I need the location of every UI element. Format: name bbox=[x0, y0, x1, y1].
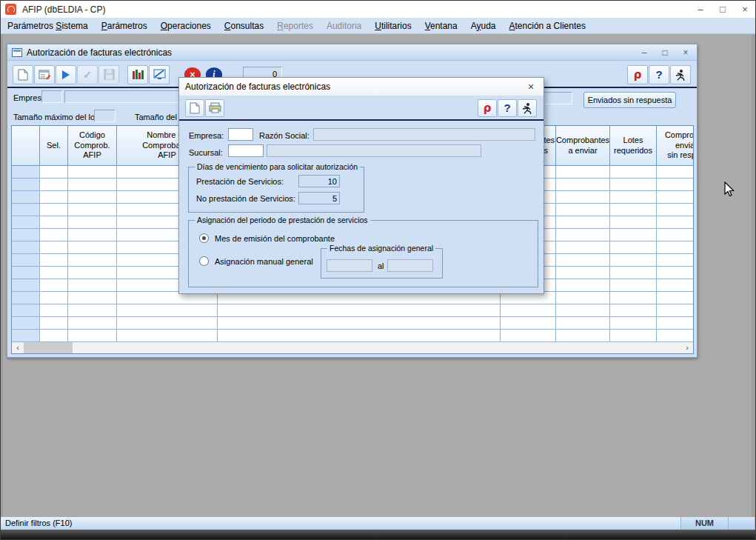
confirm-button[interactable]: ✓ bbox=[77, 65, 98, 84]
menu-item-reportes[interactable]: Reportes bbox=[270, 19, 320, 33]
grid-cell[interactable] bbox=[501, 330, 556, 341]
grid-cell[interactable] bbox=[68, 166, 117, 178]
grid-cell[interactable] bbox=[657, 241, 694, 253]
grid-cell[interactable] bbox=[12, 254, 40, 266]
grid-cell[interactable] bbox=[657, 304, 694, 316]
dialog-close-icon[interactable]: × bbox=[524, 81, 538, 93]
menu-item-utilitarios[interactable]: Utilitarios bbox=[368, 19, 418, 33]
empresa-name-field[interactable] bbox=[64, 90, 183, 103]
grid-view-button[interactable] bbox=[149, 65, 170, 84]
properties-button[interactable] bbox=[34, 65, 55, 84]
grid-cell[interactable] bbox=[610, 191, 657, 203]
grid-cell[interactable] bbox=[218, 304, 501, 316]
grid-cell[interactable] bbox=[657, 317, 694, 329]
maximize-icon[interactable]: □ bbox=[717, 4, 729, 15]
grid-cell[interactable] bbox=[501, 304, 556, 316]
grid-cell[interactable] bbox=[556, 330, 610, 341]
grid-cell[interactable] bbox=[657, 254, 694, 266]
grid-cell[interactable] bbox=[556, 254, 610, 266]
menu-item-parametros[interactable]: Parámetros bbox=[95, 19, 154, 33]
grid-cell[interactable] bbox=[12, 191, 40, 203]
close-icon[interactable]: × bbox=[739, 4, 751, 15]
grid-cell[interactable] bbox=[68, 254, 117, 266]
menu-item-ventana[interactable]: Ventana bbox=[418, 19, 464, 33]
fecha-hasta-input[interactable] bbox=[387, 259, 433, 272]
menu-item-auditoria[interactable]: Auditoria bbox=[320, 19, 368, 33]
grid-cell[interactable] bbox=[12, 216, 40, 228]
column-header-enviados[interactable]: Comprobantes enviados sin respuesta bbox=[657, 126, 694, 165]
grid-cell[interactable] bbox=[68, 279, 117, 291]
radio-mes-emision[interactable] bbox=[199, 233, 209, 243]
grid-cell[interactable] bbox=[657, 292, 694, 304]
grid-cell[interactable] bbox=[657, 267, 694, 279]
grid-cell[interactable] bbox=[657, 166, 694, 178]
grid-cell[interactable] bbox=[12, 330, 40, 341]
child-maximize-icon[interactable]: □ bbox=[658, 47, 672, 58]
grid-cell[interactable] bbox=[657, 191, 694, 203]
grid-cell[interactable] bbox=[12, 204, 40, 216]
dialog-print-button[interactable] bbox=[205, 99, 224, 117]
dialog-exit-button[interactable] bbox=[518, 99, 537, 117]
grid-cell[interactable] bbox=[657, 204, 694, 216]
grid-cell[interactable] bbox=[68, 317, 117, 329]
grid-cell[interactable] bbox=[40, 330, 68, 341]
grid-cell[interactable] bbox=[657, 229, 694, 241]
scrollbar-thumb[interactable] bbox=[24, 342, 73, 353]
grid-cell[interactable] bbox=[610, 279, 657, 291]
grid-cell[interactable] bbox=[40, 179, 68, 190]
dialog-filter-button[interactable]: ρ bbox=[478, 99, 497, 117]
grid-cell[interactable] bbox=[610, 254, 657, 266]
grid-cell[interactable] bbox=[68, 330, 117, 341]
grid-cell[interactable] bbox=[12, 267, 40, 279]
tamano-maximo-field[interactable] bbox=[94, 110, 116, 122]
grid-cell[interactable] bbox=[40, 229, 68, 241]
prestacion-input[interactable] bbox=[298, 175, 340, 187]
grid-cell[interactable] bbox=[610, 304, 657, 316]
menu-item-parametros-sistema[interactable]: Parámetros Sistema bbox=[1, 19, 95, 33]
grid-cell[interactable] bbox=[40, 191, 68, 203]
grid-cell[interactable] bbox=[657, 279, 694, 291]
grid-cell[interactable] bbox=[40, 241, 68, 253]
grid-cell[interactable] bbox=[12, 179, 40, 190]
grid-cell[interactable] bbox=[610, 330, 657, 341]
grid-cell[interactable] bbox=[657, 216, 694, 228]
empresa-code-field[interactable] bbox=[41, 90, 62, 103]
grid-cell[interactable] bbox=[12, 292, 40, 304]
batch-columns-button[interactable] bbox=[127, 65, 148, 84]
grid-cell[interactable] bbox=[40, 317, 68, 329]
grid-cell[interactable] bbox=[40, 279, 68, 291]
run-button[interactable] bbox=[56, 65, 76, 84]
grid-cell[interactable] bbox=[556, 292, 610, 304]
column-header-codigo[interactable]: Código Comprob. AFIP bbox=[68, 126, 117, 165]
grid-cell[interactable] bbox=[218, 330, 501, 341]
grid-cell[interactable] bbox=[68, 216, 117, 228]
minimize-icon[interactable]: – bbox=[695, 4, 706, 15]
grid-cell[interactable] bbox=[68, 191, 117, 203]
grid-cell[interactable] bbox=[556, 204, 610, 216]
grid-cell[interactable] bbox=[68, 179, 117, 190]
column-header-a-enviar[interactable]: Comprobantes a enviar bbox=[556, 126, 610, 165]
grid-cell[interactable] bbox=[610, 241, 657, 253]
grid-cell[interactable] bbox=[657, 330, 694, 341]
sucursal-desc-input[interactable] bbox=[267, 144, 481, 157]
grid-cell[interactable] bbox=[610, 317, 657, 329]
grid-cell[interactable] bbox=[40, 304, 68, 316]
fecha-desde-input[interactable] bbox=[327, 259, 372, 272]
grid-cell[interactable] bbox=[40, 254, 68, 266]
grid-cell[interactable] bbox=[12, 279, 40, 291]
radio-asignacion-manual[interactable] bbox=[199, 256, 209, 266]
child-title-bar[interactable]: Autorización de facturas electrónicas – … bbox=[7, 44, 697, 61]
grid-cell[interactable] bbox=[68, 292, 117, 304]
dialog-empresa-input[interactable] bbox=[228, 128, 253, 141]
grid-cell[interactable] bbox=[68, 204, 117, 216]
new-document-button[interactable] bbox=[13, 65, 33, 84]
grid-cell[interactable] bbox=[68, 241, 117, 253]
grid-cell[interactable] bbox=[556, 304, 610, 316]
menu-item-operaciones[interactable]: Operaciones bbox=[154, 19, 218, 33]
grid-cell[interactable] bbox=[501, 317, 556, 329]
grid-cell[interactable] bbox=[40, 166, 68, 178]
grid-cell[interactable] bbox=[12, 317, 40, 329]
grid-cell[interactable] bbox=[556, 179, 610, 190]
dialog-help-button[interactable]: ? bbox=[498, 99, 517, 117]
grid-cell[interactable] bbox=[117, 317, 218, 329]
